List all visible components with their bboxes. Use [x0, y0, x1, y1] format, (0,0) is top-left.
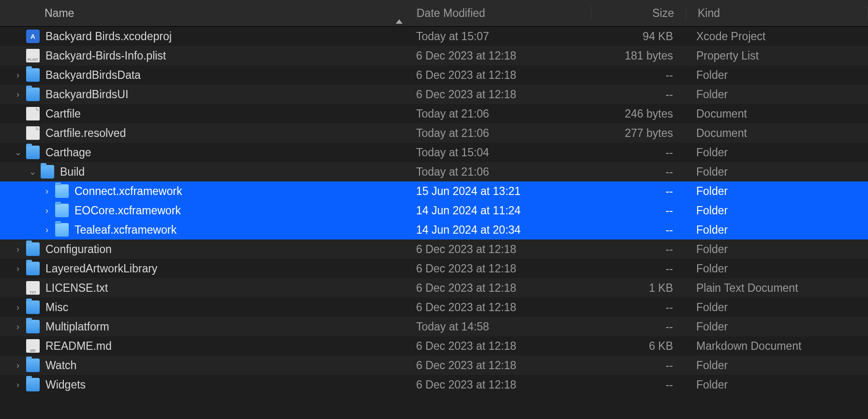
file-name: BackyardBirdsData — [45, 69, 141, 82]
plist-file-icon: PLIST — [26, 49, 40, 62]
file-row[interactable]: ›MDREADME.md6 Dec 2023 at 12:186 KBMarkd… — [0, 336, 868, 356]
file-date: Today at 15:04 — [416, 146, 590, 159]
file-date: Today at 21:06 — [416, 165, 590, 179]
file-size: -- — [590, 378, 685, 391]
file-name: LICENSE.txt — [45, 282, 108, 295]
column-header-size-label: Size — [652, 7, 674, 20]
column-header-size[interactable]: Size — [591, 0, 686, 26]
disclosure-right-icon[interactable]: › — [12, 322, 24, 332]
file-row[interactable]: ›CartfileToday at 21:06246 bytesDocument — [0, 104, 868, 123]
file-size: -- — [590, 88, 685, 101]
file-name: Multiplatform — [45, 320, 109, 333]
file-row[interactable]: ›Misc6 Dec 2023 at 12:18--Folder — [0, 298, 868, 317]
file-row[interactable]: ›PLISTBackyard-Birds-Info.plist6 Dec 202… — [0, 46, 868, 65]
folder-icon — [26, 68, 40, 82]
file-kind: Folder — [685, 359, 868, 372]
folder-icon — [26, 242, 40, 256]
markdown-file-icon: MD — [26, 339, 40, 353]
disclosure-right-icon[interactable]: › — [12, 244, 24, 254]
file-name: Misc — [45, 301, 68, 314]
file-row-name-cell: ›Cartfile — [0, 107, 416, 120]
file-size: -- — [590, 204, 685, 217]
file-list: ›ABackyard Birds.xcodeprojToday at 15:07… — [0, 27, 868, 394]
file-name: Connect.xcframework — [75, 185, 182, 198]
file-size: -- — [590, 359, 685, 372]
file-size: -- — [590, 301, 685, 314]
file-kind: Folder — [685, 320, 868, 333]
file-row[interactable]: ›BackyardBirdsData6 Dec 2023 at 12:18--F… — [0, 65, 868, 85]
file-row[interactable]: ⌄CarthageToday at 15:04--Folder — [0, 143, 868, 162]
file-row-name-cell: ⌄Build — [0, 165, 416, 179]
disclosure-down-icon[interactable]: ⌄ — [26, 166, 39, 177]
column-header-date[interactable]: Date Modified — [417, 0, 591, 26]
file-name: Build — [60, 165, 85, 179]
disclosure-down-icon[interactable]: ⌄ — [12, 147, 24, 158]
file-name: Carthage — [45, 146, 91, 159]
file-date: 6 Dec 2023 at 12:18 — [416, 359, 590, 372]
file-date: 6 Dec 2023 at 12:18 — [416, 378, 590, 391]
file-date: Today at 21:06 — [416, 107, 590, 120]
column-header-kind-label: Kind — [698, 7, 720, 20]
file-kind: Folder — [685, 204, 868, 217]
file-name: BackyardBirdsUI — [45, 88, 128, 101]
folder-icon — [26, 359, 40, 372]
disclosure-right-icon[interactable]: › — [12, 380, 24, 390]
file-row[interactable]: ›ABackyard Birds.xcodeprojToday at 15:07… — [0, 27, 868, 46]
file-date: 6 Dec 2023 at 12:18 — [416, 262, 590, 275]
file-row[interactable]: ›Connect.xcframework15 Jun 2024 at 13:21… — [0, 181, 868, 201]
file-row[interactable]: ›MultiplatformToday at 14:58--Folder — [0, 317, 868, 336]
disclosure-right-icon[interactable]: › — [12, 302, 24, 313]
text-file-icon: TXT — [26, 281, 40, 295]
file-row[interactable]: ›LayeredArtworkLibrary6 Dec 2023 at 12:1… — [0, 259, 868, 278]
file-row-name-cell: ›ABackyard Birds.xcodeproj — [0, 30, 416, 43]
file-size: 6 KB — [590, 340, 685, 353]
file-row[interactable]: ›BackyardBirdsUI6 Dec 2023 at 12:18--Fol… — [0, 85, 868, 104]
file-row-name-cell: ›BackyardBirdsUI — [0, 88, 416, 101]
file-row[interactable]: ⌄BuildToday at 21:06--Folder — [0, 162, 868, 181]
file-row[interactable]: ›Widgets6 Dec 2023 at 12:18--Folder — [0, 375, 868, 394]
file-date: 14 Jun 2024 at 11:24 — [416, 204, 590, 217]
file-kind: Plain Text Document — [685, 282, 868, 295]
file-name: Configuration — [45, 243, 112, 256]
file-row[interactable]: ›Cartfile.resolvedToday at 21:06277 byte… — [0, 123, 868, 143]
column-header-kind[interactable]: Kind — [686, 0, 868, 26]
file-date: Today at 15:07 — [416, 30, 590, 43]
folder-icon — [55, 204, 69, 217]
folder-icon — [55, 223, 69, 237]
file-row[interactable]: ›Watch6 Dec 2023 at 12:18--Folder — [0, 356, 868, 375]
file-date: 6 Dec 2023 at 12:18 — [416, 88, 590, 101]
folder-icon — [26, 300, 40, 314]
folder-icon — [26, 320, 40, 333]
file-kind: Document — [685, 127, 868, 140]
file-name: Backyard Birds.xcodeproj — [45, 30, 172, 43]
disclosure-right-icon[interactable]: › — [41, 206, 53, 216]
file-size: -- — [590, 320, 685, 333]
column-header-row: Name Date Modified Size Kind — [0, 0, 868, 27]
file-kind: Folder — [685, 243, 868, 256]
file-row[interactable]: ›TXTLICENSE.txt6 Dec 2023 at 12:181 KBPl… — [0, 278, 868, 298]
file-row[interactable]: ›Tealeaf.xcframework14 Jun 2024 at 20:34… — [0, 220, 868, 239]
file-row[interactable]: ›Configuration6 Dec 2023 at 12:18--Folde… — [0, 239, 868, 259]
disclosure-right-icon[interactable]: › — [12, 70, 24, 80]
file-kind: Folder — [685, 262, 868, 275]
disclosure-right-icon[interactable]: › — [41, 186, 53, 196]
disclosure-right-icon[interactable]: › — [41, 225, 53, 235]
file-date: 6 Dec 2023 at 12:18 — [416, 49, 590, 62]
file-kind: Xcode Project — [685, 30, 868, 43]
file-name: Backyard-Birds-Info.plist — [45, 49, 166, 62]
file-name: README.md — [45, 340, 112, 353]
folder-icon — [26, 262, 40, 275]
column-header-name[interactable]: Name — [0, 0, 416, 26]
file-row[interactable]: ›EOCore.xcframework14 Jun 2024 at 11:24-… — [0, 201, 868, 220]
disclosure-right-icon[interactable]: › — [12, 360, 24, 371]
file-kind: Folder — [685, 224, 868, 237]
file-date: 14 Jun 2024 at 20:34 — [416, 224, 590, 237]
disclosure-right-icon[interactable]: › — [12, 90, 24, 100]
file-date: 6 Dec 2023 at 12:18 — [416, 69, 590, 82]
file-name: Watch — [45, 359, 76, 372]
file-name: Cartfile.resolved — [45, 127, 126, 140]
file-row-name-cell: ›MDREADME.md — [0, 339, 416, 353]
file-name: Cartfile — [45, 107, 81, 120]
disclosure-right-icon[interactable]: › — [12, 264, 24, 274]
file-row-name-cell: ›TXTLICENSE.txt — [0, 281, 416, 295]
